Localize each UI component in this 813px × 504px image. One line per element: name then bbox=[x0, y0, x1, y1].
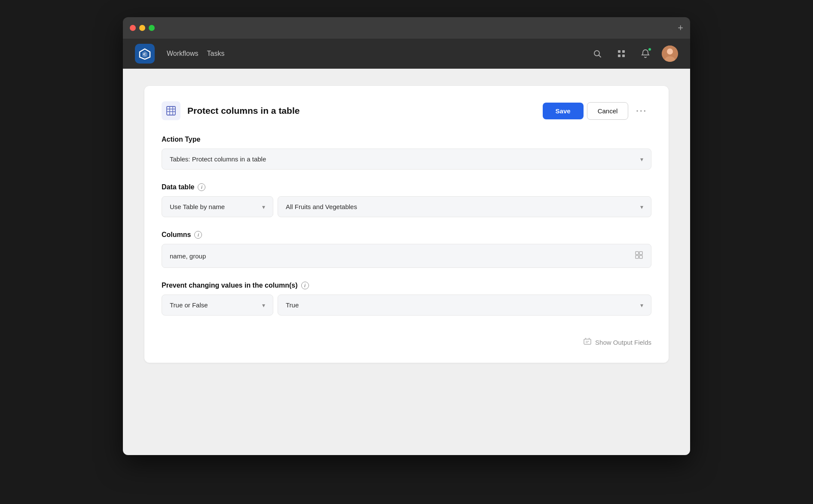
data-table-info-icon[interactable]: i bbox=[198, 183, 205, 191]
columns-label: Columns bbox=[162, 231, 191, 239]
prevent-changing-info-icon[interactable]: i bbox=[301, 282, 309, 289]
search-icon[interactable] bbox=[590, 46, 605, 61]
columns-info-icon[interactable]: i bbox=[194, 231, 202, 239]
svg-line-4 bbox=[599, 55, 601, 58]
svg-rect-18 bbox=[639, 252, 642, 255]
nav-tasks[interactable]: Tasks bbox=[207, 48, 225, 59]
grid-icon[interactable] bbox=[614, 46, 629, 61]
minimize-button[interactable] bbox=[139, 25, 145, 31]
show-output-fields-button[interactable]: Show Output Fields bbox=[162, 337, 651, 347]
card-title: Protect columns in a table bbox=[187, 106, 543, 116]
prevent-value-chevron: ▾ bbox=[640, 302, 643, 309]
notification-icon[interactable] bbox=[638, 46, 653, 61]
table-method-dropdown[interactable]: Use Table by name ▾ bbox=[162, 196, 273, 217]
svg-rect-6 bbox=[622, 50, 625, 53]
table-name-dropdown[interactable]: All Fruits and Vegetables ▾ bbox=[278, 196, 651, 217]
action-type-chevron: ▾ bbox=[640, 156, 643, 163]
prevent-type-value: True or False bbox=[170, 301, 208, 309]
prevent-type-dropdown[interactable]: True or False ▾ bbox=[162, 295, 273, 316]
notification-badge bbox=[648, 48, 651, 51]
action-type-value: Tables: Protect columns in a table bbox=[170, 155, 266, 163]
titlebar-plus-button[interactable]: + bbox=[678, 23, 683, 33]
logo-icon: < bbox=[139, 48, 151, 60]
table-name-value: All Fruits and Vegetables bbox=[286, 203, 357, 210]
svg-rect-5 bbox=[618, 50, 620, 53]
column-picker-icon[interactable] bbox=[635, 251, 643, 261]
columns-value: name, group bbox=[170, 252, 206, 260]
data-table-label: Data table bbox=[162, 183, 194, 191]
more-options-button[interactable]: ··· bbox=[632, 103, 651, 118]
maximize-button[interactable] bbox=[149, 25, 155, 31]
prevent-changing-label: Prevent changing values in the column(s) bbox=[162, 282, 298, 289]
nav-workflows[interactable]: Workflows bbox=[167, 48, 199, 59]
cancel-button[interactable]: Cancel bbox=[587, 102, 629, 120]
close-button[interactable] bbox=[130, 25, 136, 31]
app-logo[interactable]: < bbox=[135, 44, 155, 64]
svg-rect-20 bbox=[639, 255, 642, 258]
action-type-label: Action Type bbox=[162, 136, 651, 143]
svg-point-10 bbox=[667, 49, 673, 55]
svg-text:<: < bbox=[143, 52, 146, 57]
show-output-label: Show Output Fields bbox=[595, 339, 651, 346]
avatar[interactable] bbox=[662, 46, 678, 62]
prevent-value: True bbox=[286, 301, 299, 309]
columns-input[interactable]: name, group bbox=[162, 244, 651, 268]
svg-rect-19 bbox=[636, 255, 639, 258]
table-method-value: Use Table by name bbox=[170, 203, 225, 210]
save-button[interactable]: Save bbox=[543, 103, 584, 119]
card-icon bbox=[162, 101, 180, 120]
prevent-type-chevron: ▾ bbox=[262, 302, 265, 309]
action-type-dropdown[interactable]: Tables: Protect columns in a table ▾ bbox=[162, 149, 651, 170]
svg-rect-17 bbox=[636, 252, 639, 255]
avatar-image bbox=[662, 46, 678, 62]
svg-rect-8 bbox=[622, 55, 625, 57]
output-fields-icon bbox=[583, 337, 592, 347]
svg-rect-12 bbox=[167, 106, 175, 115]
table-method-chevron: ▾ bbox=[262, 203, 265, 210]
svg-rect-21 bbox=[584, 339, 591, 344]
svg-rect-7 bbox=[618, 55, 620, 57]
table-name-chevron: ▾ bbox=[640, 203, 643, 210]
prevent-value-dropdown[interactable]: True ▾ bbox=[278, 295, 651, 316]
